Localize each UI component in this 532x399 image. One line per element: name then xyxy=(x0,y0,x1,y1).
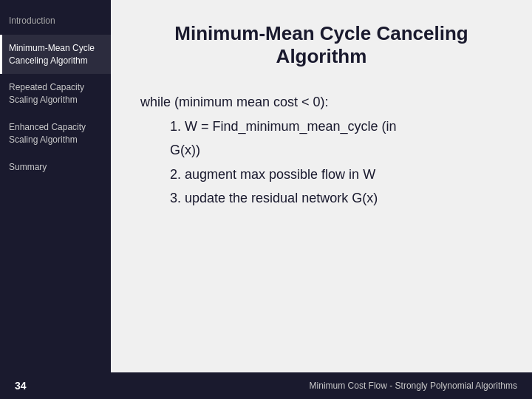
sidebar-item-summary[interactable]: Summary xyxy=(0,154,111,181)
body-line-3: G(x)) xyxy=(170,138,502,162)
body-line-4: 2. augment max possible flow in W xyxy=(170,163,502,186)
footer: 34 Minimum Cost Flow - Strongly Polynomi… xyxy=(0,372,532,399)
sidebar: Introduction Minimum-Mean Cycle Cancelin… xyxy=(0,0,111,372)
sidebar-item-introduction[interactable]: Introduction xyxy=(0,7,111,35)
sidebar-item-repeated-capacity[interactable]: Repeated Capacity Scaling Algorithm xyxy=(0,74,111,114)
sidebar-item-enhanced[interactable]: Enhanced Capacity Scaling Algorithm xyxy=(0,114,111,154)
body-line-2: 1. W = Find_minimum_mean_cycle (in xyxy=(170,115,502,138)
main-container: Introduction Minimum-Mean Cycle Cancelin… xyxy=(0,0,532,372)
body-line-1: while (minimum mean cost < 0): xyxy=(140,90,502,114)
content-area: Minimum-Mean Cycle Canceling Algorithm w… xyxy=(111,0,532,372)
body-line-5: 3. update the residual network G(x) xyxy=(170,186,502,210)
page-title: Minimum-Mean Cycle Canceling Algorithm xyxy=(140,22,502,68)
page-number: 34 xyxy=(15,380,27,392)
content-body: while (minimum mean cost < 0): 1. W = Fi… xyxy=(140,90,502,210)
sidebar-item-cycle-canceling[interactable]: Minimum-Mean Cycle Canceling Algorithm xyxy=(0,35,111,75)
footer-subtitle: Minimum Cost Flow - Strongly Polynomial … xyxy=(310,381,517,391)
